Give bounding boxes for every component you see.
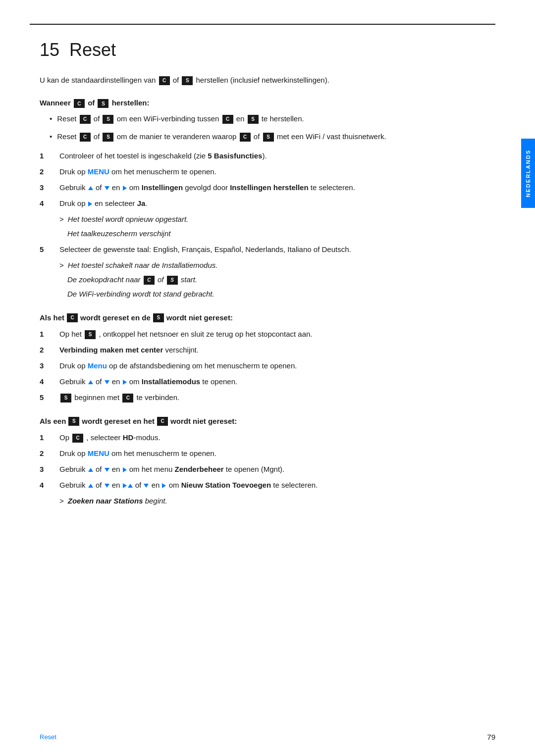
s3-step-3: 3 Gebruik of en om het menu Zenderbeheer…	[40, 463, 476, 475]
s2-step2-content: Verbinding maken met center verschijnt.	[59, 344, 199, 356]
bullet-item-2: • Reset C of S om de manier te verandere…	[50, 131, 476, 143]
s3-step4-content: Gebruik of en of en om Nieuw Station Toe…	[59, 479, 318, 491]
s3-step3-content: Gebruik of en om het menu Zenderbeheer t…	[59, 463, 284, 475]
tri-right-s3-4b	[162, 483, 166, 488]
numbered-list-section2: 1 Op het S , ontkoppel het netsnoer en s…	[40, 328, 476, 403]
icon-c-s2h: C	[67, 313, 78, 322]
tri-up-s3-4a	[88, 484, 93, 488]
icon-s-s2-5: S	[60, 394, 71, 403]
step-2: 2 Druk op MENU om het menuscherm te open…	[40, 166, 476, 178]
icon-c-b1: C	[80, 115, 91, 124]
result-text-2: Het taalkeuzescherm verschijnt	[67, 228, 170, 240]
icon-c-intro: C	[159, 76, 170, 85]
menu-text-step2: MENU	[88, 167, 109, 176]
step-5: 5 Selecteer de gewenste taal: English, F…	[40, 244, 476, 255]
s3-result-arrow: >	[59, 495, 64, 507]
result-arrow-3: >	[59, 259, 64, 271]
s2-step-5: 5 S beginnen met C te verbinden.	[40, 392, 476, 403]
menu-text-s2-3: Menu	[88, 361, 107, 370]
icon-s-s1h: S	[98, 99, 108, 108]
s3-result: > Zoeken naar Stations begint.	[40, 495, 476, 507]
chapter-number: 15	[40, 40, 59, 60]
tri-down-s3-3	[105, 468, 109, 472]
step2-content: Druk op MENU om het menuscherm te openen…	[59, 166, 216, 178]
step-1: 1 Controleer of het toestel is ingeschak…	[40, 150, 476, 162]
result-4: De zoekopdracht naar C of S start.	[40, 274, 476, 286]
result-text-4: De zoekopdracht naar C of S start.	[67, 274, 197, 286]
icon-c-s1h: C	[74, 99, 85, 108]
step-3: 3 Gebruik of en om Instellingen gevolgd …	[40, 182, 476, 194]
chapter-title: 15Reset	[40, 40, 476, 60]
bullet1-text: Reset C of S om een WiFi-verbinding tuss…	[57, 113, 304, 125]
result-arrow-1: >	[59, 213, 64, 225]
icon-c-s3h: C	[157, 417, 168, 426]
tri-right-s3-4a	[123, 483, 127, 488]
icon-s-b2: S	[103, 133, 113, 142]
page-footer: Reset 79	[40, 733, 495, 741]
s2-step5-content: S beginnen met C te verbinden.	[59, 392, 179, 403]
s2-step3-content: Druk op Menu op de afstandsbediening om …	[59, 360, 297, 372]
chapter-name: Reset	[69, 40, 116, 60]
s3-step1-content: Op C , selecteer HD-modus.	[59, 432, 160, 444]
step5-content: Selecteer de gewenste taal: English, Fra…	[59, 244, 351, 255]
bullet-list: • Reset C of S om een WiFi-verbinding tu…	[50, 113, 476, 143]
icon-c-s3-1: C	[72, 434, 83, 443]
icon-c-b2: C	[80, 133, 91, 142]
tri-up-s3-4b	[128, 484, 133, 488]
icon-s-intro: S	[182, 76, 193, 85]
tri-right-s2-4	[123, 380, 127, 385]
numbered-list-main: 1 Controleer of het toestel is ingeschak…	[40, 150, 476, 300]
icon-s-r4: S	[167, 276, 178, 285]
s3-step-2: 2 Druk op MENU om het menuscherm te open…	[40, 448, 476, 459]
s3-step2-content: Druk op MENU om het menuscherm te openen…	[59, 448, 216, 459]
icon-c-b1-2: C	[222, 115, 233, 124]
menu-text-s3-2: MENU	[88, 449, 109, 457]
icon-c-r4: C	[144, 276, 155, 285]
result-text-5: De WiFi-verbinding wordt tot stand gebra…	[67, 288, 214, 300]
step4-content: Druk op en selecteer Ja.	[59, 198, 148, 209]
tri-down-s3-4a	[105, 484, 109, 488]
tri-up-s2-4	[88, 380, 93, 384]
result-text-1: Het toestel wordt opnieuw opgestart.	[68, 213, 188, 225]
tri-up-s3-3	[88, 468, 93, 472]
bullet-dot-1: •	[50, 113, 52, 125]
bullet2-text: Reset C of S om de manier te veranderen …	[57, 131, 386, 143]
s2-step-1: 1 Op het S , ontkoppel het netsnoer en s…	[40, 328, 476, 340]
result-3: > Het toestel schakelt naar de Installat…	[40, 259, 476, 271]
page-number: 79	[487, 733, 495, 741]
sidebar-label: NEDERLANDS	[525, 150, 531, 197]
s3-step-1: 1 Op C , selecteer HD-modus.	[40, 432, 476, 444]
page-container: NEDERLANDS 15Reset U kan de standaardins…	[0, 0, 535, 756]
bullet-item-1: • Reset C of S om een WiFi-verbinding tu…	[50, 113, 476, 125]
tri-down-s3-4b	[144, 484, 149, 488]
section2-heading: Als het C wordt gereset en de S wordt ni…	[40, 311, 476, 324]
icon-s-s2-1: S	[85, 330, 96, 339]
icon-s-s2h: S	[153, 313, 164, 322]
result-2: Het taalkeuzescherm verschijnt	[40, 228, 476, 240]
section1-heading: Wanneer C of S herstellen:	[40, 99, 476, 108]
tri-down-s2-4	[105, 380, 109, 384]
icon-c-b2-2: C	[240, 133, 251, 142]
tri-up-step3	[88, 186, 93, 190]
numbered-list-section3: 1 Op C , selecteer HD-modus. 2 Druk op M…	[40, 432, 476, 507]
icon-s-b1: S	[103, 115, 113, 124]
step3-content: Gebruik of en om Instellingen gevolgd do…	[59, 182, 355, 194]
s2-step4-content: Gebruik of en om Installatiemodus te ope…	[59, 376, 237, 388]
s2-step1-content: Op het S , ontkoppel het netsnoer en slu…	[59, 328, 313, 340]
tri-right-s3-3	[123, 467, 127, 472]
s2-step-4: 4 Gebruik of en om Installatiemodus te o…	[40, 376, 476, 388]
step1-content: Controleer of het toestel is ingeschakel…	[59, 150, 267, 162]
tri-down-step3	[105, 186, 109, 190]
result-text-3: Het toestel schakelt naar de Installatie…	[68, 259, 218, 271]
s2-step-3: 3 Druk op Menu op de afstandsbediening o…	[40, 360, 476, 372]
sidebar-tab: NEDERLANDS	[521, 139, 535, 208]
footer-label: Reset	[40, 733, 56, 741]
s2-step-2: 2 Verbinding maken met center verschijnt…	[40, 344, 476, 356]
icon-s-b1-2: S	[248, 115, 259, 124]
icon-s-s3h: S	[68, 417, 79, 426]
top-border	[30, 24, 495, 25]
result-5: De WiFi-verbinding wordt tot stand gebra…	[40, 288, 476, 300]
icon-c-s2-5: C	[122, 394, 133, 403]
s3-step-4: 4 Gebruik of en of en om Nieuw Station T…	[40, 479, 476, 491]
result-1: > Het toestel wordt opnieuw opgestart.	[40, 213, 476, 225]
